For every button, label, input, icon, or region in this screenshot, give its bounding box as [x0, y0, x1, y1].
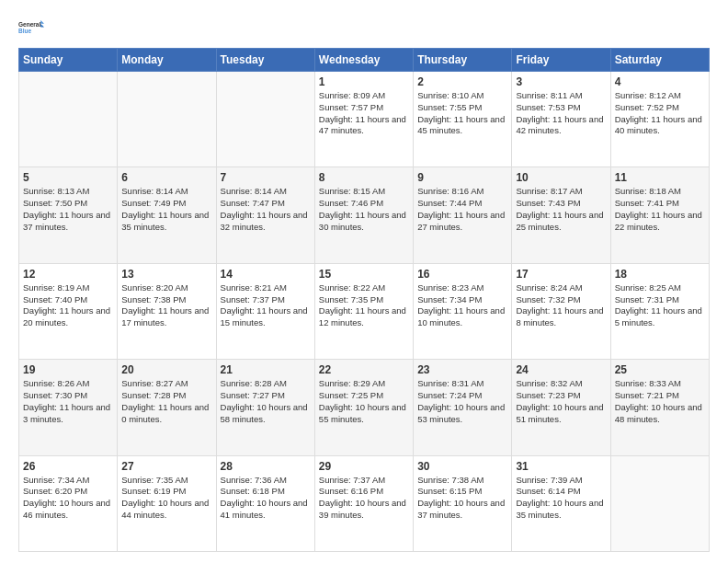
day-number: 8: [319, 171, 409, 184]
day-info: Sunrise: 8:20 AM Sunset: 7:38 PM Dayligh…: [121, 282, 211, 329]
day-number: 16: [417, 268, 507, 281]
day-cell: 19Sunrise: 8:26 AM Sunset: 7:30 PM Dayli…: [19, 360, 118, 455]
day-number: 1: [319, 75, 409, 88]
day-cell: 8Sunrise: 8:15 AM Sunset: 7:46 PM Daylig…: [314, 167, 413, 263]
day-info: Sunrise: 8:10 AM Sunset: 7:55 PM Dayligh…: [417, 90, 507, 137]
day-info: Sunrise: 8:09 AM Sunset: 7:57 PM Dayligh…: [319, 90, 409, 137]
day-number: 26: [23, 460, 113, 473]
day-info: Sunrise: 7:34 AM Sunset: 6:20 PM Dayligh…: [23, 475, 113, 522]
day-info: Sunrise: 7:38 AM Sunset: 6:15 PM Dayligh…: [417, 475, 507, 522]
day-info: Sunrise: 8:14 AM Sunset: 7:47 PM Dayligh…: [221, 186, 311, 233]
day-cell: 29Sunrise: 7:37 AM Sunset: 6:16 PM Dayli…: [314, 455, 413, 551]
day-number: 31: [516, 460, 606, 473]
day-cell: 12Sunrise: 8:19 AM Sunset: 7:40 PM Dayli…: [19, 263, 118, 359]
day-cell: [19, 72, 118, 167]
day-number: 6: [121, 171, 211, 184]
day-info: Sunrise: 8:13 AM Sunset: 7:50 PM Dayligh…: [23, 186, 113, 233]
day-cell: 16Sunrise: 8:23 AM Sunset: 7:34 PM Dayli…: [414, 263, 512, 359]
day-info: Sunrise: 8:31 AM Sunset: 7:24 PM Dayligh…: [417, 378, 507, 425]
day-cell: 20Sunrise: 8:27 AM Sunset: 7:28 PM Dayli…: [118, 360, 216, 455]
day-number: 13: [121, 268, 211, 281]
week-row-2: 5Sunrise: 8:13 AM Sunset: 7:50 PM Daylig…: [19, 167, 710, 263]
day-cell: 31Sunrise: 7:39 AM Sunset: 6:14 PM Dayli…: [512, 455, 610, 551]
day-cell: 23Sunrise: 8:31 AM Sunset: 7:24 PM Dayli…: [414, 360, 512, 455]
day-info: Sunrise: 8:12 AM Sunset: 7:52 PM Dayligh…: [615, 90, 705, 137]
day-number: 4: [615, 75, 705, 88]
svg-marker-3: [40, 24, 44, 28]
day-info: Sunrise: 8:29 AM Sunset: 7:25 PM Dayligh…: [319, 378, 409, 425]
week-row-1: 1Sunrise: 8:09 AM Sunset: 7:57 PM Daylig…: [19, 72, 710, 167]
day-cell: 13Sunrise: 8:20 AM Sunset: 7:38 PM Dayli…: [118, 263, 216, 359]
calendar-table: SundayMondayTuesdayWednesdayThursdayFrid…: [18, 48, 710, 552]
day-info: Sunrise: 8:23 AM Sunset: 7:34 PM Dayligh…: [417, 282, 507, 329]
col-header-saturday: Saturday: [610, 49, 709, 72]
day-info: Sunrise: 8:11 AM Sunset: 7:53 PM Dayligh…: [516, 90, 606, 137]
day-number: 23: [417, 363, 507, 376]
logo: General Blue: [18, 15, 44, 40]
day-info: Sunrise: 8:28 AM Sunset: 7:27 PM Dayligh…: [221, 378, 311, 425]
day-number: 18: [615, 268, 705, 281]
col-header-thursday: Thursday: [414, 49, 512, 72]
day-number: 24: [516, 363, 606, 376]
col-header-wednesday: Wednesday: [314, 49, 413, 72]
day-info: Sunrise: 8:24 AM Sunset: 7:32 PM Dayligh…: [516, 282, 606, 329]
day-info: Sunrise: 8:16 AM Sunset: 7:44 PM Dayligh…: [417, 186, 507, 233]
day-info: Sunrise: 8:27 AM Sunset: 7:28 PM Dayligh…: [121, 378, 211, 425]
day-info: Sunrise: 8:15 AM Sunset: 7:46 PM Dayligh…: [319, 186, 409, 233]
day-number: 11: [615, 171, 705, 184]
day-cell: 11Sunrise: 8:18 AM Sunset: 7:41 PM Dayli…: [610, 167, 709, 263]
day-info: Sunrise: 8:25 AM Sunset: 7:31 PM Dayligh…: [615, 282, 705, 329]
day-number: 27: [121, 460, 211, 473]
day-cell: 1Sunrise: 8:09 AM Sunset: 7:57 PM Daylig…: [314, 72, 413, 167]
day-number: 7: [221, 171, 311, 184]
day-info: Sunrise: 8:17 AM Sunset: 7:43 PM Dayligh…: [516, 186, 606, 233]
week-row-5: 26Sunrise: 7:34 AM Sunset: 6:20 PM Dayli…: [19, 455, 710, 551]
day-cell: 30Sunrise: 7:38 AM Sunset: 6:15 PM Dayli…: [414, 455, 512, 551]
day-cell: 7Sunrise: 8:14 AM Sunset: 7:47 PM Daylig…: [216, 167, 314, 263]
day-info: Sunrise: 8:22 AM Sunset: 7:35 PM Dayligh…: [319, 282, 409, 329]
calendar-header-row: SundayMondayTuesdayWednesdayThursdayFrid…: [19, 49, 710, 72]
day-number: 9: [417, 171, 507, 184]
week-row-3: 12Sunrise: 8:19 AM Sunset: 7:40 PM Dayli…: [19, 263, 710, 359]
day-number: 19: [23, 363, 113, 376]
col-header-tuesday: Tuesday: [216, 49, 314, 72]
day-cell: 24Sunrise: 8:32 AM Sunset: 7:23 PM Dayli…: [512, 360, 610, 455]
day-cell: 14Sunrise: 8:21 AM Sunset: 7:37 PM Dayli…: [216, 263, 314, 359]
day-info: Sunrise: 8:33 AM Sunset: 7:21 PM Dayligh…: [615, 378, 705, 425]
svg-text:Blue: Blue: [18, 28, 31, 34]
day-cell: 9Sunrise: 8:16 AM Sunset: 7:44 PM Daylig…: [414, 167, 512, 263]
day-number: 29: [319, 460, 409, 473]
day-cell: 28Sunrise: 7:36 AM Sunset: 6:18 PM Dayli…: [216, 455, 314, 551]
logo-icon: General Blue: [18, 15, 44, 40]
header: General Blue: [18, 15, 710, 40]
day-cell: 5Sunrise: 8:13 AM Sunset: 7:50 PM Daylig…: [19, 167, 118, 263]
day-number: 21: [221, 363, 311, 376]
day-cell: 10Sunrise: 8:17 AM Sunset: 7:43 PM Dayli…: [512, 167, 610, 263]
day-cell: 18Sunrise: 8:25 AM Sunset: 7:31 PM Dayli…: [610, 263, 709, 359]
day-cell: 21Sunrise: 8:28 AM Sunset: 7:27 PM Dayli…: [216, 360, 314, 455]
day-number: 25: [615, 363, 705, 376]
day-cell: 27Sunrise: 7:35 AM Sunset: 6:19 PM Dayli…: [118, 455, 216, 551]
page: General Blue SundayMondayTuesdayWednesda…: [0, 0, 728, 563]
day-cell: 22Sunrise: 8:29 AM Sunset: 7:25 PM Dayli…: [314, 360, 413, 455]
day-cell: 17Sunrise: 8:24 AM Sunset: 7:32 PM Dayli…: [512, 263, 610, 359]
day-info: Sunrise: 8:32 AM Sunset: 7:23 PM Dayligh…: [516, 378, 606, 425]
day-cell: [118, 72, 216, 167]
day-number: 2: [417, 75, 507, 88]
day-info: Sunrise: 8:19 AM Sunset: 7:40 PM Dayligh…: [23, 282, 113, 329]
day-number: 17: [516, 268, 606, 281]
day-number: 10: [516, 171, 606, 184]
col-header-monday: Monday: [118, 49, 216, 72]
day-number: 14: [221, 268, 311, 281]
day-cell: 4Sunrise: 8:12 AM Sunset: 7:52 PM Daylig…: [610, 72, 709, 167]
day-number: 30: [417, 460, 507, 473]
day-info: Sunrise: 7:36 AM Sunset: 6:18 PM Dayligh…: [221, 475, 311, 522]
day-info: Sunrise: 8:14 AM Sunset: 7:49 PM Dayligh…: [121, 186, 211, 233]
week-row-4: 19Sunrise: 8:26 AM Sunset: 7:30 PM Dayli…: [19, 360, 710, 455]
day-number: 3: [516, 75, 606, 88]
day-info: Sunrise: 8:26 AM Sunset: 7:30 PM Dayligh…: [23, 378, 113, 425]
day-cell: 15Sunrise: 8:22 AM Sunset: 7:35 PM Dayli…: [314, 263, 413, 359]
day-cell: 25Sunrise: 8:33 AM Sunset: 7:21 PM Dayli…: [610, 360, 709, 455]
day-number: 15: [319, 268, 409, 281]
day-info: Sunrise: 8:21 AM Sunset: 7:37 PM Dayligh…: [221, 282, 311, 329]
